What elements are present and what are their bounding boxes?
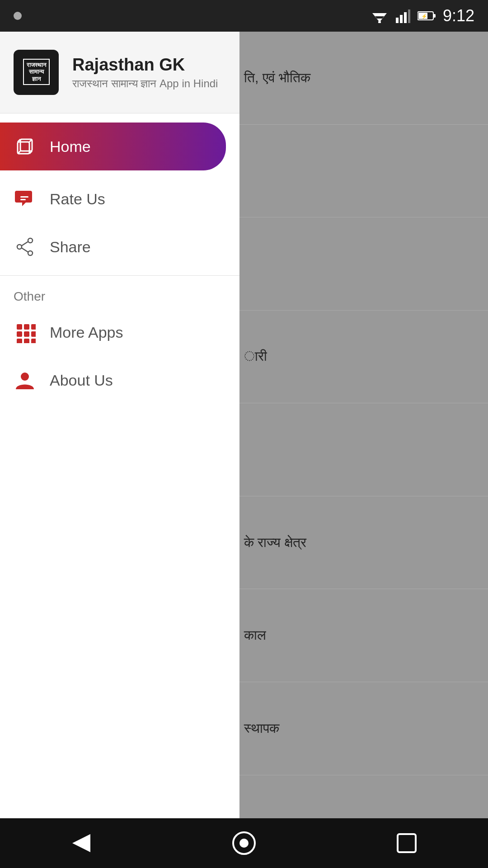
share-label: Share [50, 238, 91, 256]
svg-text:⚡: ⚡ [421, 13, 427, 19]
menu-item-home[interactable]: Home [0, 123, 226, 170]
bg-row-7: काल [239, 589, 488, 682]
bg-row-8: स्थापक [239, 682, 488, 775]
bg-text-1: ति, एवं भौतिक [244, 70, 310, 86]
rate-us-label: Rate Us [50, 190, 105, 208]
signal-icon [396, 9, 410, 23]
app-name: Rajasthan GK [72, 55, 218, 75]
more-apps-label: More Apps [50, 324, 123, 341]
bg-text-8: स्थापक [244, 721, 279, 736]
svg-line-24 [22, 248, 28, 252]
svg-point-22 [28, 251, 33, 255]
edit-icon [14, 188, 36, 210]
bg-row-6: के राज्य क्षेत्र [239, 496, 488, 590]
app-icon-text: राजस्थानसामान्यज्ञान [27, 61, 46, 83]
bottom-nav-bar [0, 818, 488, 868]
svg-point-3 [378, 21, 381, 23]
app-subtitle: राजस्थान सामान्य ज्ञान App in Hindi [72, 77, 218, 90]
home-label: Home [50, 138, 91, 156]
status-bar: ⚡ 9:12 [0, 0, 488, 32]
share-icon [14, 236, 36, 258]
bg-text-7: काल [244, 627, 266, 643]
svg-rect-18 [20, 196, 28, 198]
sim-icon [14, 12, 22, 20]
bg-row-5 [239, 403, 488, 496]
person-icon [14, 369, 36, 392]
svg-line-23 [22, 242, 28, 246]
app-info: Rajasthan GK राजस्थान सामान्य ज्ञान App … [72, 55, 218, 90]
menu-item-share[interactable]: Share [0, 223, 239, 271]
svg-rect-19 [20, 199, 26, 200]
svg-point-37 [239, 839, 249, 848]
svg-rect-4 [396, 18, 399, 23]
about-us-label: About Us [50, 372, 113, 389]
bg-row-1: ति, एवं भौतिक [239, 32, 488, 125]
svg-rect-31 [17, 339, 22, 343]
other-section-label: Other [0, 280, 239, 308]
wifi-icon [371, 9, 389, 23]
svg-rect-32 [24, 339, 29, 343]
home-button[interactable] [226, 825, 262, 861]
status-right: ⚡ 9:12 [371, 6, 474, 25]
svg-rect-5 [400, 15, 403, 23]
bg-text-6: के राज्य क्षेत्र [244, 535, 306, 551]
svg-rect-28 [17, 331, 22, 337]
background-content: ति, एवं भौतिक ारी के राज्य क्षेत्र काल स… [239, 32, 488, 868]
svg-rect-6 [404, 12, 407, 23]
menu-item-rate-us[interactable]: Rate Us [0, 175, 239, 223]
back-button[interactable] [63, 825, 99, 861]
app-icon: राजस्थानसामान्यज्ञान [14, 50, 59, 95]
bg-row-3 [239, 217, 488, 311]
bg-text-4: ारी [244, 349, 267, 364]
svg-rect-7 [408, 9, 410, 23]
grid-icon [14, 321, 36, 344]
menu-divider [0, 275, 239, 276]
svg-rect-33 [31, 339, 36, 343]
svg-rect-38 [398, 834, 416, 852]
status-left [14, 12, 22, 20]
svg-point-20 [28, 238, 33, 243]
bg-row-4: ारी [239, 311, 488, 404]
time-display: 9:12 [443, 6, 474, 25]
cube-icon [14, 135, 36, 158]
navigation-drawer: राजस्थानसामान्यज्ञान Rajasthan GK राजस्थ… [0, 32, 239, 868]
svg-rect-26 [24, 324, 29, 330]
bg-row-2 [239, 125, 488, 218]
svg-rect-30 [31, 331, 36, 337]
svg-rect-25 [17, 324, 22, 330]
recent-apps-button[interactable] [389, 825, 425, 861]
svg-rect-9 [433, 14, 436, 18]
battery-icon: ⚡ [418, 10, 436, 21]
svg-rect-27 [31, 324, 36, 330]
drawer-header: राजस्थानसामान्यज्ञान Rajasthan GK राजस्थ… [0, 32, 239, 113]
svg-point-21 [17, 245, 22, 249]
svg-marker-35 [72, 834, 90, 852]
menu-item-more-apps[interactable]: More Apps [0, 308, 239, 356]
svg-point-34 [21, 373, 29, 381]
menu-item-about-us[interactable]: About Us [0, 356, 239, 404]
svg-rect-29 [24, 331, 29, 337]
